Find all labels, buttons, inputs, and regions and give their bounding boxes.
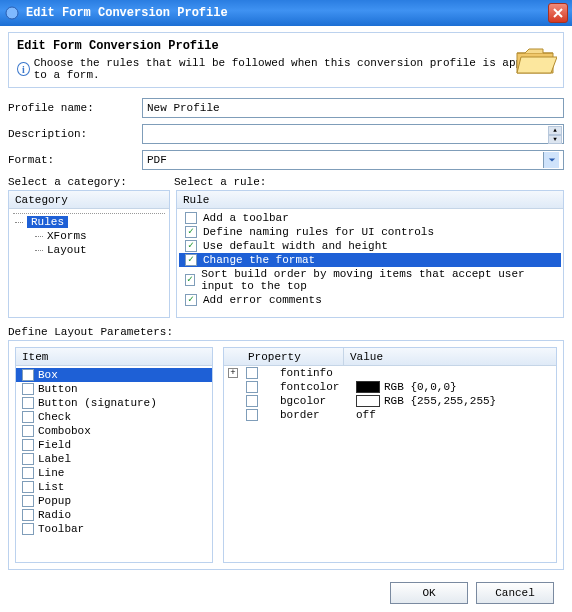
property-name: border [262, 409, 352, 421]
property-value: off [356, 409, 552, 421]
checkbox[interactable] [185, 274, 195, 286]
property-name: fontcolor [262, 381, 352, 393]
spin-up-icon[interactable]: ▲ [548, 126, 562, 135]
checkbox[interactable] [185, 240, 197, 252]
property-name: bgcolor [262, 395, 352, 407]
checkbox[interactable] [22, 523, 34, 535]
spin-down-icon[interactable]: ▼ [548, 135, 562, 144]
category-item[interactable]: XForms [33, 229, 165, 243]
item-row[interactable]: Radio [16, 508, 212, 522]
checkbox[interactable] [22, 425, 34, 437]
expand-icon[interactable]: + [228, 368, 238, 378]
value-header: Value [344, 348, 556, 365]
item-label: Line [38, 467, 64, 479]
item-label: Popup [38, 495, 71, 507]
checkbox[interactable] [22, 481, 34, 493]
description-label: Description: [8, 128, 142, 140]
item-label: Box [38, 369, 58, 381]
checkbox[interactable] [22, 453, 34, 465]
item-row[interactable]: Box [16, 368, 212, 382]
profile-name-input[interactable] [142, 98, 564, 118]
window-title: Edit Form Conversion Profile [26, 6, 548, 20]
rule-header: Rule [183, 194, 209, 206]
property-row[interactable]: bgcolorRGB {255,255,255} [224, 394, 556, 408]
checkbox[interactable] [246, 395, 258, 407]
item-label: Check [38, 411, 71, 423]
folder-icon [513, 39, 557, 79]
rule-item[interactable]: Sort build order by moving items that ac… [179, 267, 561, 293]
svg-point-0 [6, 7, 18, 19]
checkbox[interactable] [22, 439, 34, 451]
chevron-down-icon[interactable] [543, 152, 559, 168]
checkbox[interactable] [185, 212, 197, 224]
category-header: Category [15, 194, 68, 206]
titlebar: Edit Form Conversion Profile [0, 0, 572, 26]
format-label: Format: [8, 154, 142, 166]
rule-label: Define naming rules for UI controls [203, 226, 434, 238]
rule-panel: Rule Add a toolbarDefine naming rules fo… [176, 190, 564, 318]
item-label: Radio [38, 509, 71, 521]
checkbox[interactable] [22, 369, 34, 381]
rule-item[interactable]: Use default width and height [179, 239, 561, 253]
description-input[interactable]: ▲ ▼ [142, 124, 564, 144]
rule-item[interactable]: Add error comments [179, 293, 561, 307]
item-row[interactable]: Combobox [16, 424, 212, 438]
checkbox[interactable] [22, 495, 34, 507]
format-combo[interactable]: PDF [142, 150, 564, 170]
color-swatch [356, 395, 380, 407]
property-row[interactable]: borderoff [224, 408, 556, 422]
expand-column [224, 356, 242, 358]
item-row[interactable]: Popup [16, 494, 212, 508]
item-panel: Item BoxButtonButton (signature)CheckCom… [15, 347, 213, 563]
category-panel: Category RulesXFormsLayout [8, 190, 170, 318]
rule-item[interactable]: Add a toolbar [179, 211, 561, 225]
property-row[interactable]: fontcolorRGB {0,0,0} [224, 380, 556, 394]
item-label: Field [38, 439, 71, 451]
checkbox[interactable] [22, 397, 34, 409]
checkbox[interactable] [246, 381, 258, 393]
item-row[interactable]: Line [16, 466, 212, 480]
app-icon [4, 5, 20, 21]
header-banner: Edit Form Conversion Profile i Choose th… [8, 32, 564, 88]
property-panel: Property Value +fontinfofontcolorRGB {0,… [223, 347, 557, 563]
item-label: Toolbar [38, 523, 84, 535]
rule-item[interactable]: Define naming rules for UI controls [179, 225, 561, 239]
rule-label: Add error comments [203, 294, 322, 306]
property-row[interactable]: +fontinfo [224, 366, 556, 380]
info-icon: i [17, 62, 30, 76]
rule-label: Use default width and height [203, 240, 388, 252]
close-button[interactable] [548, 3, 568, 23]
item-row[interactable]: List [16, 480, 212, 494]
rule-label: Add a toolbar [203, 212, 289, 224]
cancel-button[interactable]: Cancel [476, 582, 554, 604]
checkbox[interactable] [22, 509, 34, 521]
checkbox[interactable] [22, 467, 34, 479]
item-label: Button [38, 383, 78, 395]
item-row[interactable]: Button [16, 382, 212, 396]
select-rule-label: Select a rule: [174, 176, 266, 188]
item-row[interactable]: Field [16, 438, 212, 452]
item-header: Item [22, 351, 48, 363]
checkbox[interactable] [22, 383, 34, 395]
item-label: Label [38, 453, 71, 465]
checkbox[interactable] [246, 409, 258, 421]
profile-name-label: Profile name: [8, 102, 142, 114]
property-name: fontinfo [262, 367, 352, 379]
item-label: Button (signature) [38, 397, 157, 409]
item-row[interactable]: Button (signature) [16, 396, 212, 410]
property-value: RGB {255,255,255} [356, 395, 552, 407]
page-title: Edit Form Conversion Profile [17, 39, 555, 53]
item-row[interactable]: Label [16, 452, 212, 466]
item-row[interactable]: Check [16, 410, 212, 424]
category-item[interactable]: Layout [33, 243, 165, 257]
category-item[interactable]: Rules [13, 213, 165, 229]
checkbox[interactable] [22, 411, 34, 423]
checkbox[interactable] [185, 254, 197, 266]
ok-button[interactable]: OK [390, 582, 468, 604]
checkbox[interactable] [246, 367, 258, 379]
item-label: Combobox [38, 425, 91, 437]
rule-item[interactable]: Change the format [179, 253, 561, 267]
checkbox[interactable] [185, 294, 197, 306]
item-row[interactable]: Toolbar [16, 522, 212, 536]
checkbox[interactable] [185, 226, 197, 238]
